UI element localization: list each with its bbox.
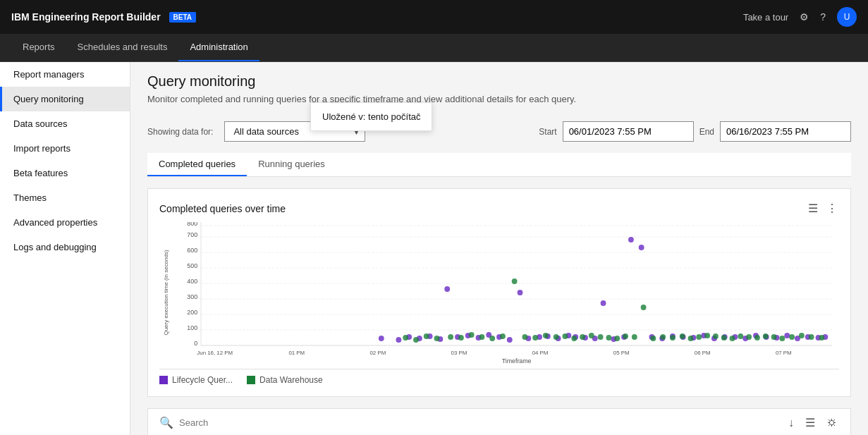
svg-point-77 [424,333,429,339]
svg-text:04 PM: 04 PM [532,350,549,356]
chart-section: Completed queries over time ☰ ⋮ 0 100 [147,188,851,397]
more-options-button[interactable]: ⋮ [825,200,839,216]
svg-text:300: 300 [187,293,197,300]
sidebar-item-data-sources[interactable]: Data sources [0,111,130,136]
chart-header: Completed queries over time ☰ ⋮ [159,200,839,216]
search-icon: 🔍 [159,416,173,429]
nav-tab-reports[interactable]: Reports [11,33,66,61]
svg-point-119 [819,335,824,341]
svg-point-36 [444,286,450,292]
end-date-input[interactable] [720,121,851,142]
page-header: Query monitoring Monitor completed and r… [130,62,868,121]
svg-point-110 [738,333,743,339]
sidebar-item-query-monitoring[interactable]: Query monitoring [0,87,130,111]
svg-point-89 [554,334,559,340]
svg-text:03 PM: 03 PM [451,350,467,356]
sidebar-item-advanced-properties[interactable]: Advanced properties [0,210,130,235]
user-avatar[interactable]: U [837,7,857,27]
tab-completed-queries[interactable]: Completed queries [147,153,247,176]
legend-dot-lifecycle [159,376,168,384]
search-input[interactable] [179,417,781,428]
svg-point-91 [571,336,577,341]
tooltip-saved: Uložené v: tento počítač [310,102,432,131]
beta-badge: Beta [169,12,196,23]
svg-point-105 [696,334,702,340]
svg-point-101 [660,334,666,340]
nav-tab-administration[interactable]: Administration [178,33,259,61]
chart-svg: 0 100 200 300 400 500 600 700 80 [159,222,839,363]
tab-running-queries[interactable]: Running queries [247,153,336,176]
sidebar-item-report-managers[interactable]: Report managers [0,62,130,87]
svg-point-108 [721,335,727,341]
sidebar-item-beta-features[interactable]: Beta features [0,161,130,185]
svg-point-85 [512,278,518,284]
svg-point-79 [448,334,453,340]
svg-point-99 [641,305,647,310]
svg-point-83 [489,336,495,341]
page-title: Query monitoring [147,73,851,90]
svg-point-114 [771,334,777,340]
svg-point-88 [543,333,549,338]
legend-label-datawarehouse: Data Warehouse [259,375,323,385]
end-label: End [699,127,714,137]
svg-text:05 PM: 05 PM [613,350,630,356]
topbar-left: IBM Engineering Report Builder Beta [11,11,196,23]
svg-point-94 [598,334,604,340]
svg-text:0: 0 [194,340,197,347]
svg-point-31 [396,337,401,343]
svg-text:Query execution time (in secon: Query execution time (in seconds) [163,250,169,336]
main-content: Query monitoring Monitor completed and r… [130,62,868,435]
svg-point-112 [754,335,760,341]
svg-text:600: 600 [187,247,197,254]
svg-point-30 [379,336,384,341]
take-a-tour-link[interactable]: Take a tour [743,12,788,23]
filter-button[interactable]: ⛭ [825,415,839,431]
svg-text:700: 700 [187,231,197,238]
svg-text:06 PM: 06 PM [695,350,711,356]
svg-point-102 [670,335,676,341]
svg-point-84 [500,333,506,339]
svg-point-80 [458,335,464,341]
svg-point-116 [789,334,795,340]
svg-point-52 [601,300,606,306]
svg-text:100: 100 [187,324,197,331]
svg-point-93 [589,333,594,338]
svg-text:200: 200 [187,309,197,316]
svg-point-82 [479,334,484,340]
sidebar-item-logs-debugging[interactable]: Logs and debugging [0,235,130,259]
svg-point-81 [469,332,475,338]
svg-text:01 PM: 01 PM [288,350,305,356]
svg-point-106 [704,333,710,338]
svg-point-113 [763,333,769,339]
svg-text:Timeframe: Timeframe [502,357,532,363]
svg-point-90 [563,333,568,339]
download-button[interactable]: ↓ [787,415,795,431]
svg-point-95 [606,335,611,341]
svg-point-103 [680,333,685,339]
svg-point-97 [623,333,628,339]
start-label: Start [539,127,556,137]
svg-point-42 [507,337,513,343]
sidebar-item-themes[interactable]: Themes [0,185,130,210]
svg-point-43 [518,290,523,295]
list-view-button[interactable]: ☰ [807,200,819,216]
legend-item-lifecycle: Lifecycle Quer... [159,375,233,385]
sidebar-item-import-reports[interactable]: Import reports [0,136,130,161]
svg-point-96 [614,336,620,341]
date-range-group: Start End [539,121,851,142]
svg-text:07 PM: 07 PM [776,350,792,356]
start-date-input[interactable] [563,121,694,142]
topbar: IBM Engineering Report Builder Beta Take… [0,0,868,34]
svg-point-70 [784,333,790,338]
sidebar: Report managers Query monitoring Data so… [0,62,130,435]
table-section: 🔍 ↓ ☰ ⛭ Report User Start time Duration … [147,408,851,435]
nav-tab-schedules[interactable]: Schedules and results [66,33,179,61]
help-icon[interactable]: ? [820,11,826,23]
topbar-right: Take a tour ⚙ ? U [743,7,857,27]
main-nav: Reports Schedules and results Administra… [0,34,868,62]
legend-item-datawarehouse: Data Warehouse [247,375,323,385]
svg-text:500: 500 [187,262,197,269]
settings-icon[interactable]: ⚙ [800,11,809,23]
columns-button[interactable]: ☰ [804,415,817,431]
svg-point-104 [688,336,694,341]
